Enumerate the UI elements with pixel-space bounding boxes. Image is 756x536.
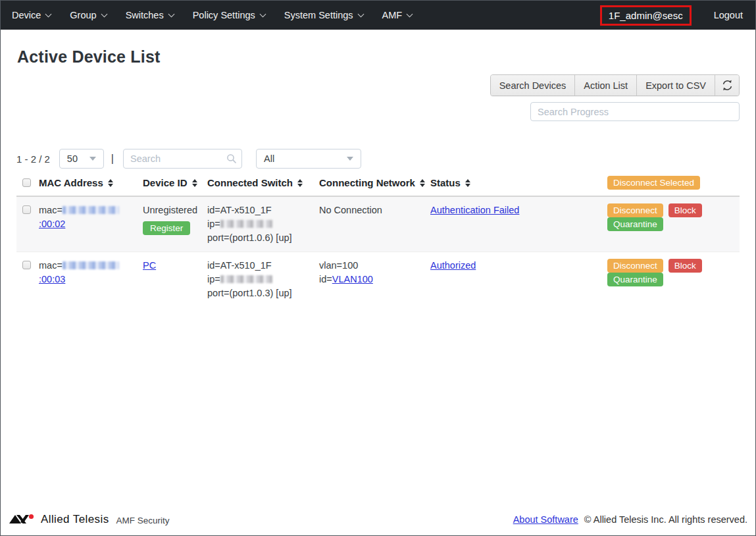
nav-item-policy-settings[interactable]: Policy Settings <box>193 10 265 20</box>
filter-select[interactable]: All <box>256 149 361 169</box>
export-to-csv-button[interactable]: Export to CSV <box>637 75 715 95</box>
row-checkbox[interactable] <box>22 261 31 269</box>
nav-item-label: System Settings <box>284 10 353 20</box>
nav-item-label: Device <box>12 10 41 20</box>
switch-id: id=AT-x510_1F <box>207 259 314 273</box>
connecting-network-id: id=VLAN100 <box>319 273 425 286</box>
nav-right: 1F_admin@sesc Logout <box>600 5 747 26</box>
select-all-checkbox[interactable] <box>22 178 31 187</box>
switch-port: port=(port1.0.6) [up] <box>207 231 314 245</box>
page-size-value: 50 <box>67 153 78 164</box>
filter-value: All <box>264 153 274 164</box>
nav-item-label: Switches <box>126 10 164 20</box>
disconnect-button[interactable]: Disconnect <box>607 259 663 273</box>
user-account[interactable]: 1F_admin@sesc <box>600 5 692 26</box>
action-list-button[interactable]: Action List <box>575 75 637 95</box>
nav-item-device[interactable]: Device <box>12 10 51 20</box>
vlan-link[interactable]: VLAN100 <box>332 274 373 284</box>
switch-port: port=(port1.0.3) [up] <box>207 286 314 300</box>
table-search-input[interactable] <box>123 149 242 169</box>
logout-button[interactable]: Logout <box>714 10 743 20</box>
copyright-text: © Allied Telesis Inc. All rights reserve… <box>584 514 747 525</box>
switch-ip: ip= <box>207 273 314 286</box>
row-checkbox[interactable] <box>22 205 31 214</box>
header-connected-switch: Connected Switch <box>207 177 293 188</box>
redacted-mac <box>63 261 119 269</box>
nav-item-label: Policy Settings <box>193 10 255 20</box>
dropdown-arrow-icon <box>347 157 353 161</box>
progress-search-row <box>16 102 740 121</box>
disconnect-selected-button[interactable]: Disconnect Selected <box>607 176 700 190</box>
redacted-ip <box>220 220 272 228</box>
block-button[interactable]: Block <box>668 203 702 217</box>
search-progress-input[interactable] <box>530 102 740 121</box>
table-row: mac=:00:02 Unregistered Register id=AT-x… <box>16 196 740 252</box>
page-title: Active Device List <box>17 47 740 67</box>
register-button[interactable]: Register <box>143 221 190 235</box>
chevron-down-icon <box>45 11 52 18</box>
block-button[interactable]: Block <box>668 259 702 273</box>
nav-menu: Device Group Switches Policy Settings Sy… <box>12 10 431 20</box>
device-id-value: Unregistered <box>143 203 202 217</box>
table-header-row: MAC Address Device ID Connected Switch C… <box>16 173 740 196</box>
header-device-id: Device ID <box>143 177 188 188</box>
nav-item-group[interactable]: Group <box>70 10 106 20</box>
switch-id: id=AT-x510_1F <box>207 203 314 217</box>
chevron-down-icon <box>407 11 413 18</box>
sort-icon[interactable] <box>297 179 303 187</box>
chevron-down-icon <box>168 11 174 18</box>
refresh-button[interactable] <box>715 75 739 95</box>
sort-icon[interactable] <box>465 179 470 187</box>
quarantine-button[interactable]: Quarantine <box>607 217 663 231</box>
separator: | <box>111 153 114 165</box>
sort-icon[interactable] <box>420 179 425 187</box>
toolbar: Search Devices Action List Export to CSV <box>16 74 740 96</box>
status-link[interactable]: Authorized <box>430 260 476 271</box>
switch-ip: ip= <box>207 217 314 231</box>
nav-item-amf[interactable]: AMF <box>382 10 413 20</box>
chevron-down-icon <box>357 11 364 18</box>
search-icon <box>226 153 237 164</box>
about-software-link[interactable]: About Software <box>513 514 578 525</box>
main-content: Active Device List Search Devices Action… <box>1 30 755 508</box>
header-status: Status <box>430 177 461 188</box>
top-navbar: Device Group Switches Policy Settings Sy… <box>1 1 755 30</box>
product-name: AMF Security <box>116 516 170 525</box>
disconnect-button[interactable]: Disconnect <box>607 203 663 217</box>
nav-item-label: Group <box>70 10 96 20</box>
sort-icon[interactable] <box>108 179 113 187</box>
mac-prefix: mac= <box>39 260 63 271</box>
device-id-link[interactable]: PC <box>143 260 156 271</box>
redacted-mac <box>63 206 119 214</box>
pagination-range: 1 - 2 / 2 <box>16 153 50 165</box>
footer-brand-area: Allied Telesis AMF Security <box>9 513 170 526</box>
connecting-network-vlan: vlan=100 <box>319 259 425 273</box>
toolbar-button-group: Search Devices Action List Export to CSV <box>490 74 740 96</box>
search-devices-button[interactable]: Search Devices <box>491 75 576 95</box>
footer-links: About Software © Allied Telesis Inc. All… <box>513 514 747 525</box>
nav-item-switches[interactable]: Switches <box>126 10 174 20</box>
nav-item-system-settings[interactable]: System Settings <box>284 10 363 20</box>
connecting-network-value: No Connection <box>319 203 425 217</box>
page-size-select[interactable]: 50 <box>59 149 104 169</box>
mac-prefix: mac= <box>39 205 63 215</box>
allied-telesis-logo <box>9 514 36 525</box>
nav-item-label: AMF <box>382 10 403 20</box>
list-controls: 1 - 2 / 2 50 | All <box>16 149 740 169</box>
footer: Allied Telesis AMF Security About Softwa… <box>1 508 755 535</box>
header-mac-address: MAC Address <box>39 177 103 188</box>
brand-name: Allied Telesis <box>41 513 109 526</box>
status-link[interactable]: Authentication Failed <box>430 205 519 215</box>
dropdown-arrow-icon <box>89 157 96 161</box>
table-search <box>123 149 242 169</box>
chevron-down-icon <box>101 11 107 18</box>
header-connecting-network: Connecting Network <box>319 177 415 188</box>
table-row: mac=:00:03 PC id=AT-x510_1F ip= port=(po… <box>16 252 740 308</box>
quarantine-button[interactable]: Quarantine <box>607 273 663 286</box>
chevron-down-icon <box>259 11 266 18</box>
sort-icon[interactable] <box>192 179 197 187</box>
app-window: Device Group Switches Policy Settings Sy… <box>0 0 756 536</box>
redacted-ip <box>220 275 272 283</box>
device-table: MAC Address Device ID Connected Switch C… <box>16 173 740 307</box>
refresh-icon <box>721 79 734 92</box>
